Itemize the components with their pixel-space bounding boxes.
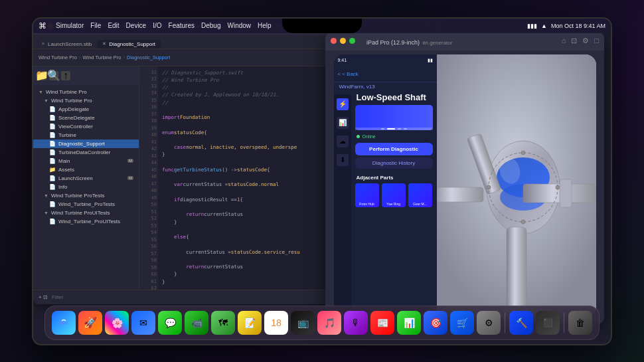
dock-keynote[interactable]: 🎯 <box>424 311 447 335</box>
sidebar-item-test1[interactable]: 📄 Wind_Turbine_ProTests <box>33 200 139 209</box>
battery-icon: ▮▮▮ <box>527 23 537 29</box>
ipad-maximize-button[interactable] <box>349 38 355 44</box>
menubar-left: ⌘ Simulator File Edit Device I/O Feature… <box>39 21 272 31</box>
sidebar-item-viewcontroller[interactable]: 📄 ViewController <box>33 122 139 131</box>
sidebar-search-icon[interactable]: 🔍 <box>49 71 58 80</box>
sidebar-item-label: ViewController <box>58 124 93 130</box>
sidebar-download-icon[interactable]: ⬇ <box>337 154 349 166</box>
sidebar-home-icon[interactable]: ⚡ <box>337 98 349 110</box>
ipad-status-bar: 9:41 ▮▮ <box>334 54 437 66</box>
path-segment-1: Wind Turbine Pro <box>39 54 77 60</box>
sidebar-tree: ▼ Wind Turbine Pro ▼ Wind Turbine Pro 📄 … <box>33 85 139 228</box>
sidebar-item-appdelegate[interactable]: 📄 AppDelegate <box>33 105 139 114</box>
dock-news[interactable]: 📰 <box>370 311 394 335</box>
expand-arrow-icon: ▼ <box>44 193 48 198</box>
dock-terminal[interactable]: ⬛ <box>536 311 560 335</box>
file-icon: 📁 <box>49 167 56 173</box>
sidebar-git-icon[interactable]: ↑ <box>61 71 70 80</box>
dock-podcasts[interactable]: 🎙 <box>344 311 368 335</box>
sidebar-folder-icon[interactable]: 📁 <box>37 71 46 80</box>
dock-trash[interactable]: 🗑 <box>568 311 592 335</box>
dock-numbers[interactable]: 📊 <box>397 311 421 335</box>
sidebar-item-launchscreen[interactable]: 📄 LaunchScreen M <box>33 174 139 183</box>
sidebar-item-scenedelegate[interactable]: 📄 SceneDelegate <box>33 114 139 122</box>
shaft-image-strip[interactable] <box>355 105 433 130</box>
tab-launchscreen[interactable]: ✕ LaunchScreen.stib <box>36 40 97 48</box>
svg-point-10 <box>521 151 525 155</box>
menu-features[interactable]: Features <box>169 22 195 29</box>
diagnostic-history-button[interactable]: Diagnostic History <box>355 157 433 169</box>
add-source-button[interactable]: + ⊡ <box>39 294 48 300</box>
dock-messages[interactable]: 💬 <box>158 311 182 335</box>
sidebar-cloud-icon[interactable]: ☁ <box>337 136 349 147</box>
dock-finder[interactable] <box>52 311 76 335</box>
tab-close-icon[interactable]: ✕ <box>102 41 106 46</box>
back-button[interactable]: < < Back <box>338 71 359 77</box>
rotate-icon[interactable]: ⊡ <box>571 37 577 45</box>
ipad-app-panel: 9:41 ▮▮ < < Back WindFarm, v13 ⚡ <box>334 54 437 317</box>
dock-music[interactable]: 🎵 <box>317 311 341 335</box>
thumbnail-yaw-ring[interactable]: Yaw Ring <box>382 183 406 207</box>
thumbnail-gear[interactable]: Gear M... <box>408 183 432 207</box>
ipad-close-button[interactable] <box>331 38 337 44</box>
dock-settings[interactable]: ⚙ <box>477 311 501 335</box>
sidebar-item-project[interactable]: ▼ Wind Turbine Pro <box>33 88 139 96</box>
tab-diagnostic-support[interactable]: ✕ Diagnostic_Support <box>97 40 161 48</box>
wifi-icon: ▲ <box>541 23 547 29</box>
svg-point-12 <box>487 185 491 189</box>
thumbnail-row: Rotor Hub Yaw Ring Gear M... <box>351 182 437 209</box>
back-arrow-icon: < <box>338 71 341 77</box>
dock-facetime[interactable]: 📹 <box>185 311 208 335</box>
menu-window[interactable]: Window <box>227 22 251 29</box>
sidebar-item-turbine[interactable]: 📄 Turbine <box>33 131 139 139</box>
dock: 🚀 🌸 ✉ 💬 📹 🗺 📝 18 � <box>44 306 600 340</box>
svg-point-13 <box>556 185 560 189</box>
dock-appstore[interactable]: 🛒 <box>450 311 474 335</box>
sidebar-item-uitests-group[interactable]: ▼ Wind Turbine ProUITests <box>33 209 139 217</box>
dock-photos[interactable]: 🌸 <box>105 311 129 335</box>
ipad-simulator-window: iPad Pro (12.9-inch) itn.generator ⌂ ⊡ ⚙… <box>325 32 604 324</box>
menu-device[interactable]: Device <box>126 22 147 29</box>
menu-file[interactable]: File <box>90 22 101 29</box>
menu-debug[interactable]: Debug <box>201 22 220 29</box>
sidebar-item-group[interactable]: ▼ Wind Turbine Pro <box>33 96 139 105</box>
sidebar-item-datacontroller[interactable]: 📄 TurbineDataController <box>33 148 139 157</box>
menu-help[interactable]: Help <box>258 22 272 29</box>
tab-label: Diagnostic_Support <box>109 41 155 47</box>
svg-point-17 <box>60 321 64 325</box>
dock-launchpad[interactable]: 🚀 <box>78 311 102 335</box>
sidebar-item-tests-group[interactable]: ▼ Wind Turbine ProTests <box>33 191 139 200</box>
home-icon[interactable]: ⌂ <box>562 37 566 45</box>
settings-icon[interactable]: ⚙ <box>582 37 589 45</box>
share-icon[interactable]: □ <box>594 37 599 45</box>
sidebar-item-label: Wind_Turbine_ProTests <box>58 201 115 207</box>
menu-edit[interactable]: Edit <box>108 22 119 29</box>
sidebar-item-uitest1[interactable]: 📄 Wind_Turbine_ProUITests <box>33 217 139 226</box>
dock-maps[interactable]: 🗺 <box>211 311 235 335</box>
ipad-minimize-button[interactable] <box>340 38 346 44</box>
sidebar-chart-icon[interactable]: 📊 <box>337 117 349 129</box>
file-icon: 📄 <box>49 184 56 190</box>
mac-frame: ⌘ Simulator File Edit Device I/O Feature… <box>0 0 644 362</box>
file-icon: 📄 <box>49 219 56 225</box>
sidebar-item-main[interactable]: 📄 Main M <box>33 157 139 165</box>
dock-tv[interactable]: 📺 <box>291 311 315 335</box>
thumbnail-rotor-hub[interactable]: Rotor Hub <box>355 183 379 207</box>
perform-diagnostic-button[interactable]: Perform Diagnostic <box>355 143 433 155</box>
filter-label: Filter <box>52 294 64 300</box>
tab-close-icon[interactable]: ✕ <box>41 41 45 46</box>
expand-arrow-icon: ▼ <box>44 98 48 103</box>
ipad-toolbar-icons: ⌂ ⊡ ⚙ □ <box>562 37 599 45</box>
menu-io[interactable]: I/O <box>153 22 161 29</box>
dock-mail[interactable]: ✉ <box>131 311 155 335</box>
sidebar-item-diagnostic[interactable]: 📄 Diagnostic_Support <box>33 139 139 148</box>
dock-xcode[interactable]: 🔨 <box>509 311 533 335</box>
sidebar-item-label: Info <box>58 184 67 190</box>
dock-reminders[interactable]: 18 <box>264 311 288 335</box>
app-name-menu[interactable]: Simulator <box>56 22 84 29</box>
file-icon: 📄 <box>49 124 56 130</box>
sidebar-item-info[interactable]: 📄 Info <box>33 183 139 191</box>
sidebar-item-assets[interactable]: 📁 Assets <box>33 165 139 174</box>
dock-notes[interactable]: 📝 <box>238 311 262 335</box>
thumb-label: Gear M... <box>413 202 427 206</box>
